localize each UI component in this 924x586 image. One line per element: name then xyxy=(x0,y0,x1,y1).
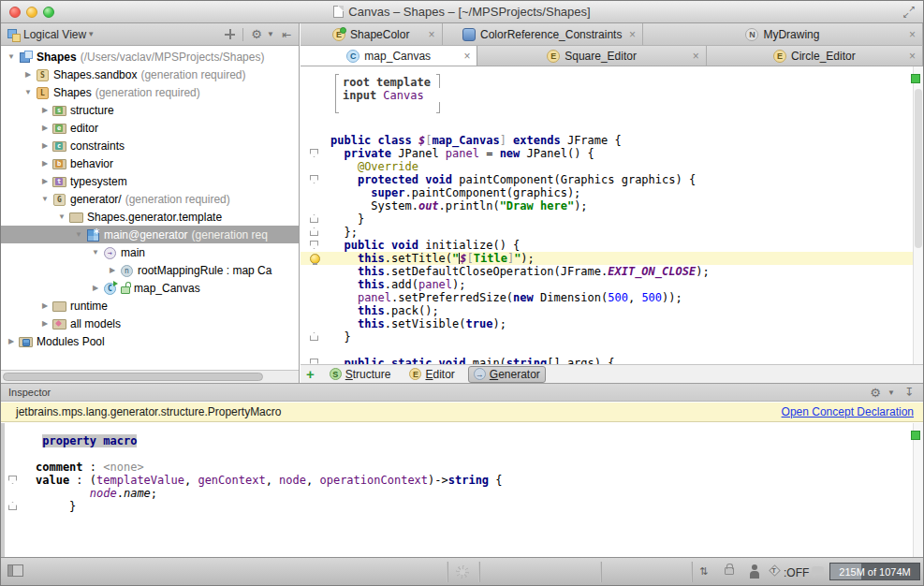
chevron-expanded-icon[interactable]: ▼ xyxy=(6,52,17,61)
code-line[interactable]: } xyxy=(5,500,913,513)
template-header-cell[interactable]: root template input Canvas xyxy=(335,74,440,113)
chevron-collapsed-icon[interactable]: ▶ xyxy=(39,106,51,114)
code-line[interactable]: this.pack(); xyxy=(301,304,913,317)
tab-map-canvas[interactable]: Cmap_Canvas× xyxy=(301,46,477,66)
aspect-tab-generator[interactable]: →Generator xyxy=(468,366,546,383)
title-bar[interactable]: Canvas – Shapes – [~/MPSProjects/Shapes]… xyxy=(1,1,923,23)
lock-icon[interactable] xyxy=(725,567,734,575)
chevron-collapsed-icon[interactable]: ▶ xyxy=(39,177,51,185)
tree-item-generator[interactable]: ▼generator/ (generation required) xyxy=(1,190,299,208)
chevron-collapsed-icon[interactable]: ▶ xyxy=(39,159,51,168)
aspect-tab-editor[interactable]: EEditor xyxy=(403,366,460,383)
code-line[interactable] xyxy=(301,121,913,134)
code-line[interactable]: public static void main(string[] args) { xyxy=(301,357,913,364)
code-line[interactable]: property macro xyxy=(5,434,913,447)
code-line[interactable] xyxy=(5,447,913,461)
chevron-expanded-icon[interactable]: ▼ xyxy=(90,248,101,256)
tree-item-editor[interactable]: ▶editor xyxy=(1,119,299,137)
close-icon[interactable]: × xyxy=(909,29,916,40)
code-line[interactable]: public class $[map_Canvas] extends JFram… xyxy=(301,134,913,147)
close-icon[interactable]: × xyxy=(463,51,470,62)
tree-item-shapes[interactable]: ▼Shapes (generation required) xyxy=(1,83,299,101)
tree-item-map-canvas[interactable]: ▶map_Canvas xyxy=(1,279,299,297)
memory-indicator[interactable]: 215M of 1074M xyxy=(829,563,920,580)
close-icon[interactable]: × xyxy=(429,29,435,40)
tree-item-typesystem[interactable]: ▶typesystem xyxy=(1,172,299,190)
code-line[interactable]: public void initialize() { xyxy=(301,239,913,252)
close-icon[interactable]: × xyxy=(909,51,916,62)
intention-bulb-icon[interactable] xyxy=(310,254,318,262)
tab-circle-editor[interactable]: ECircle_Editor× xyxy=(707,46,923,66)
code-line[interactable]: node.name; xyxy=(5,487,913,500)
tree-item-shapes-sandbox[interactable]: ▶Shapes.sandbox (generation required) xyxy=(1,66,299,83)
tree-item-modules-pool[interactable]: ▶Modules Pool xyxy=(1,332,299,350)
chevron-collapsed-icon[interactable]: ▶ xyxy=(90,284,101,292)
gear-icon[interactable]: ⚙ xyxy=(870,386,881,400)
tree-item-main[interactable]: ▼main xyxy=(1,243,299,261)
editor-vertical-scrollbar[interactable] xyxy=(913,66,923,364)
code-line[interactable]: this.setTitle("$[Title]"); xyxy=(301,252,913,265)
tab-square-editor[interactable]: ESquare_Editor× xyxy=(477,46,706,66)
chevron-collapsed-icon[interactable]: ▶ xyxy=(39,124,51,132)
inspector-vertical-scrollbar[interactable] xyxy=(913,423,923,559)
gear-icon[interactable]: ⚙ xyxy=(251,27,262,41)
chevron-collapsed-icon[interactable]: ▶ xyxy=(107,266,118,274)
code-line[interactable]: this.add(panel); xyxy=(301,278,913,291)
code-line[interactable]: this.setVisible(true); xyxy=(301,317,913,330)
chevron-collapsed-icon[interactable]: ▶ xyxy=(6,337,17,345)
code-line[interactable]: } xyxy=(301,330,913,344)
tree-item-behavior[interactable]: ▶behavior xyxy=(1,154,299,172)
typesystem-status[interactable]: :OFF xyxy=(784,566,809,579)
tab-shapecolor[interactable]: EShapeColor× xyxy=(301,23,443,45)
code-line[interactable]: comment : <none> xyxy=(5,461,913,474)
add-aspect-button[interactable]: + xyxy=(306,367,315,381)
tree-item-constraints[interactable]: ▶constraints xyxy=(1,137,299,154)
code-line[interactable]: System.out.println("Draw here"); xyxy=(301,199,913,212)
chevron-expanded-icon[interactable]: ▼ xyxy=(56,212,67,221)
close-icon[interactable]: × xyxy=(693,51,699,62)
view-selector[interactable]: Logical View ▼ xyxy=(1,23,100,45)
code-line[interactable]: private JPanel panel = new JPanel() { xyxy=(301,147,913,160)
chevron-collapsed-icon[interactable]: ▶ xyxy=(39,301,51,310)
tree-horizontal-scrollbar[interactable] xyxy=(1,370,299,383)
scrollbar-thumb[interactable] xyxy=(3,373,263,381)
code-line[interactable]: }; xyxy=(301,226,913,239)
chevron-expanded-icon[interactable]: ▼ xyxy=(39,195,51,203)
chevron-collapsed-icon[interactable]: ▶ xyxy=(39,319,51,328)
toolwindow-toggle-icon[interactable] xyxy=(7,564,23,577)
hide-panel-icon[interactable]: ⇤ xyxy=(282,28,291,41)
code-line[interactable]: protected void paintComponent(Graphics g… xyxy=(301,173,913,186)
line-position-arrows-icon[interactable]: ⇅ xyxy=(699,565,708,578)
chevron-collapsed-icon[interactable]: ▶ xyxy=(39,141,51,150)
tab-colorreference-constraints[interactable]: ColorReference_Constraints× xyxy=(443,23,643,45)
inspector-editor[interactable]: property macrocomment : <none>value : (t… xyxy=(1,423,923,559)
chevron-expanded-icon[interactable]: ▼ xyxy=(73,230,84,239)
aspect-tab-structure[interactable]: SStructure xyxy=(324,366,397,383)
code-line[interactable] xyxy=(301,344,913,357)
dock-down-icon[interactable]: ↧ xyxy=(904,386,914,399)
tree-item-rootmappingrule-map-ca[interactable]: ▶rootMappingRule : map Ca xyxy=(1,261,299,279)
tree-item-shapes-generator-template[interactable]: ▼Shapes.generator.template xyxy=(1,208,299,226)
tree-item-structure[interactable]: ▶structure xyxy=(1,101,299,119)
code-line[interactable]: value : (templateValue, genContext, node… xyxy=(5,474,913,487)
code-editor[interactable]: root template input Canvas public class … xyxy=(301,66,923,364)
tree-item-all-models[interactable]: ▶all models xyxy=(1,315,299,332)
code-line[interactable]: super.paintComponent(graphics); xyxy=(301,186,913,199)
tab-mydrawing[interactable]: NMyDrawing× xyxy=(643,23,923,45)
code-line[interactable]: } xyxy=(301,212,913,226)
tree-item-shapes[interactable]: ▼Shapes (/Users/vaclav/MPSProjects/Shape… xyxy=(1,48,299,66)
code-line[interactable]: panel.setPreferredSize(new Dimension(500… xyxy=(301,291,913,304)
code-line[interactable]: this.setDefaultCloseOperation(JFrame.EXI… xyxy=(301,265,913,278)
typesystem-icon[interactable]: T xyxy=(769,564,781,577)
event-log-bubble-icon[interactable] xyxy=(812,566,824,575)
chevron-collapsed-icon[interactable]: ▶ xyxy=(22,70,34,79)
fullscreen-icon[interactable]: ↗↙ xyxy=(902,6,916,19)
scrollbar-thumb[interactable] xyxy=(915,89,922,248)
tree-item-runtime[interactable]: ▶runtime xyxy=(1,297,299,315)
chevron-expanded-icon[interactable]: ▼ xyxy=(22,88,34,96)
code-line[interactable]: @Override xyxy=(301,160,913,173)
close-icon[interactable]: × xyxy=(629,29,636,40)
tree-item-main-generator[interactable]: ▼main@generator (generation req xyxy=(1,226,299,243)
collapse-all-icon[interactable] xyxy=(225,29,235,39)
highlighting-level-icon[interactable] xyxy=(749,564,761,579)
